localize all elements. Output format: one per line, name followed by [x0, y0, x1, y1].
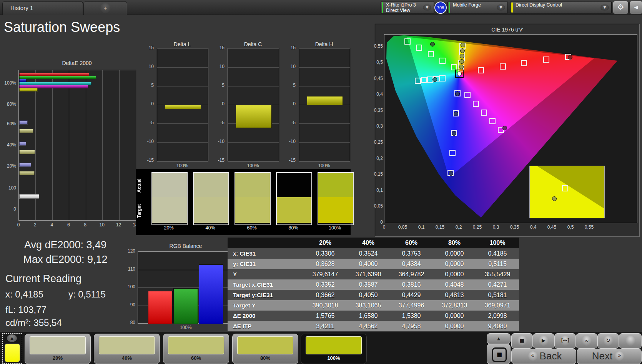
cie-chart-title: CIE 1976 u'v' [375, 27, 639, 33]
plus-icon: + [100, 3, 110, 13]
patch-chip [237, 336, 293, 354]
table-header-cell: 80% [433, 238, 476, 248]
play-icon: ▶ [539, 336, 549, 346]
cie-x-tick: 0,35 [508, 224, 521, 230]
delta-c-x-label: 100% [228, 163, 278, 168]
cie-y-tick: 0,2 [370, 156, 383, 161]
target-square-red [521, 60, 527, 66]
table-cell: 1,5765 [304, 311, 347, 321]
patch-compare-60% [235, 172, 271, 225]
delta_l-y-tick: -10 [142, 139, 154, 144]
gridline [157, 123, 208, 124]
table-cell: 383,1065 [347, 300, 390, 311]
reading-y: y: 0,5115 [68, 289, 106, 300]
range-button[interactable]: [↔] [554, 333, 576, 349]
measured-dot [449, 171, 453, 176]
delta_c-y-tick: 15 [213, 45, 225, 50]
table-header-cell: 100% [476, 238, 519, 248]
deltae-bar-40% [19, 150, 35, 154]
repeat-button[interactable]: ↻ [597, 333, 619, 349]
stop-pattern-button[interactable]: ■ [487, 344, 511, 364]
delta_h-y-tick: -15 [284, 158, 296, 163]
stop-button[interactable]: ■ [511, 333, 533, 349]
target-square-magenta [473, 101, 479, 107]
gridline [157, 142, 208, 143]
patch-chip [30, 336, 86, 354]
reading-fl: fL: 103,77 [5, 304, 47, 315]
deltae-y-tick: 60% [0, 121, 16, 126]
cie-y-tick: 0,5 [370, 60, 383, 65]
table-row-label: Target x:CIE31 [228, 279, 304, 290]
target-square-green [416, 45, 422, 51]
actual-patch [152, 173, 187, 197]
delta_c-y-tick: -10 [213, 139, 225, 144]
rgb-x-label: 100% [138, 325, 234, 330]
history-tab[interactable]: History 1 [2, 1, 83, 15]
patch-button-label: 20% [25, 355, 90, 361]
cie-x-tick: 0,15 [434, 224, 447, 230]
actual-row-label: Actual [136, 174, 142, 198]
collapse-bar-button[interactable]: ▲ [487, 333, 511, 344]
deltae-y-tick: 80% [0, 101, 16, 107]
pattern-source-dropdown[interactable]: Mobile Forge ▼ [447, 1, 508, 14]
gridline [299, 67, 350, 68]
deltae-x-tick: 10 [96, 222, 108, 228]
patch-button-40%[interactable]: 40% [94, 334, 160, 364]
delta_l-y-tick: -15 [142, 158, 154, 163]
table-cell: 0,3352 [304, 279, 347, 290]
measured-dot [454, 111, 458, 116]
back-button[interactable]: «Back [511, 349, 576, 364]
patch-button-20%[interactable]: 20% [25, 334, 91, 364]
delta_c-y-tick: 10 [213, 64, 225, 69]
deltae-x-tick: 4 [46, 222, 58, 228]
bottom-bar: ▲ 20%40%60%80%100% ▲ ■ ■▶[↔]∞↻ «Back Nex… [0, 332, 642, 364]
target-row-label: Target [136, 198, 142, 224]
cie-y-tick: 0,45 [370, 76, 383, 81]
table-cell: 355,5429 [476, 269, 519, 279]
resume-patch-chip [5, 344, 20, 362]
target-square-magenta [464, 92, 471, 98]
delta_c-bar [236, 105, 272, 128]
measured-dot [457, 71, 462, 76]
patch-button-100%[interactable]: 100% [301, 334, 367, 364]
deltae-x-tick: 8 [80, 222, 91, 228]
table-header-cell: 60% [390, 238, 433, 248]
cie-x-tick: 0,2 [452, 224, 465, 230]
table-row: ΔE ITP3,42114,45624,79580,00009,4080 [228, 321, 519, 331]
delta_h-bar [307, 96, 343, 105]
meter-dropdown[interactable]: X-Rite i1Pro 3 Direct View ▼ [381, 1, 434, 14]
table-cell: 0,4050 [347, 290, 390, 300]
actual-patch [194, 173, 228, 197]
cie-x-tick: 0,45 [546, 224, 559, 230]
resume-tile[interactable]: ▲ [2, 333, 22, 364]
workflow-dropdown[interactable]: Direct Display Control ▼ [510, 1, 612, 14]
deltae-y-tick: 40% [0, 142, 16, 148]
table-row-label: Target y:CIE31 [228, 290, 304, 300]
table-cell: 0,4048 [433, 279, 476, 290]
add-tab-button[interactable]: + [83, 1, 127, 15]
loop-button[interactable]: ∞ [576, 333, 597, 349]
meter-status-stripe [382, 2, 383, 13]
patch-button-60%[interactable]: 60% [163, 334, 229, 364]
top-bar: History 1 + X-Rite i1Pro 3 Direct View ▼… [0, 0, 642, 15]
patch-chip [168, 336, 224, 354]
collapse-panel-button[interactable]: ◀ [629, 1, 642, 14]
next-button[interactable]: Next» [577, 349, 642, 364]
gridline [228, 142, 279, 143]
gridline [228, 67, 279, 68]
table-cell: 4,7958 [390, 321, 433, 331]
patch-chip [306, 336, 362, 354]
reading-cdm2: cd/m²: 355,54 [5, 317, 62, 328]
table-cell: 0,3306 [304, 248, 347, 259]
settings-button[interactable]: ⚙ [613, 1, 629, 14]
play-button[interactable]: ▶ [533, 333, 554, 349]
extra-button[interactable] [619, 333, 642, 349]
delta-h-x-label: 100% [299, 163, 349, 168]
loop-icon: ∞ [582, 336, 592, 346]
table-header-cell [228, 238, 304, 248]
gridline [299, 123, 350, 124]
table-cell: 0,4271 [476, 279, 519, 290]
patch-button-80%[interactable]: 80% [232, 334, 298, 364]
gridline [69, 70, 69, 220]
table-row: ΔE 20001,57651,65801,53800,00002,0998 [228, 311, 519, 321]
